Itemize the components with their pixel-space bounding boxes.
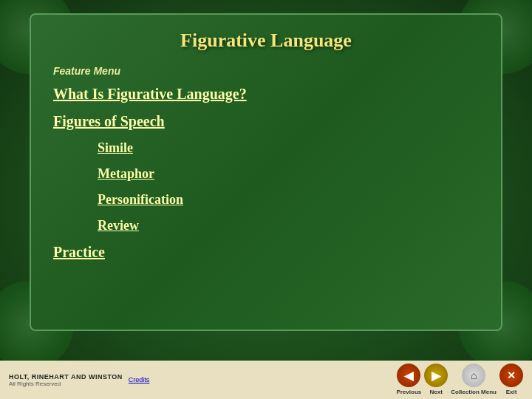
publisher-section: HOLT, RINEHART AND WINSTON All Rights Re… [9, 373, 149, 387]
menu-item-what-is[interactable]: What Is Figurative Language? [53, 84, 479, 104]
next-label: Next [430, 389, 443, 396]
background: Figurative Language Feature Menu What Is… [0, 0, 532, 399]
previous-circle[interactable]: ◀ [397, 364, 420, 387]
collection-menu-button[interactable]: ⌂ Collection Menu [451, 364, 497, 396]
menu-item-review[interactable]: Review [98, 216, 479, 235]
menu-item-metaphor[interactable]: Metaphor [98, 165, 479, 183]
menu-item-personification[interactable]: Personification [98, 191, 479, 209]
publisher-info: HOLT, RINEHART AND WINSTON All Rights Re… [9, 373, 123, 387]
collection-circle[interactable]: ⌂ [462, 364, 485, 387]
feature-menu-label: Feature Menu [53, 65, 479, 77]
menu-item-practice[interactable]: Practice [53, 242, 479, 262]
nav-buttons: ◀ Previous ▶ Next ⌂ Collection Menu ✕ Ex… [396, 364, 523, 396]
publisher-rights: All Rights Reserved [9, 381, 123, 387]
bottom-bar: HOLT, RINEHART AND WINSTON All Rights Re… [0, 361, 532, 399]
collection-label: Collection Menu [451, 389, 497, 396]
credits-link[interactable]: Credits [129, 376, 150, 383]
previous-label: Previous [396, 389, 421, 396]
publisher-name: HOLT, RINEHART AND WINSTON [9, 373, 123, 381]
next-button[interactable]: ▶ Next [424, 364, 448, 396]
menu-item-figures-of-speech[interactable]: Figures of Speech [53, 112, 479, 132]
exit-circle[interactable]: ✕ [499, 364, 523, 387]
next-circle[interactable]: ▶ [424, 364, 448, 387]
main-card: Figurative Language Feature Menu What Is… [30, 13, 502, 331]
exit-label: Exit [506, 389, 517, 396]
page-title: Figurative Language [53, 30, 479, 52]
exit-button[interactable]: ✕ Exit [499, 364, 523, 396]
menu-list: What Is Figurative Language? Figures of … [53, 84, 479, 262]
menu-item-simile[interactable]: Simile [98, 139, 479, 157]
previous-button[interactable]: ◀ Previous [396, 364, 421, 396]
